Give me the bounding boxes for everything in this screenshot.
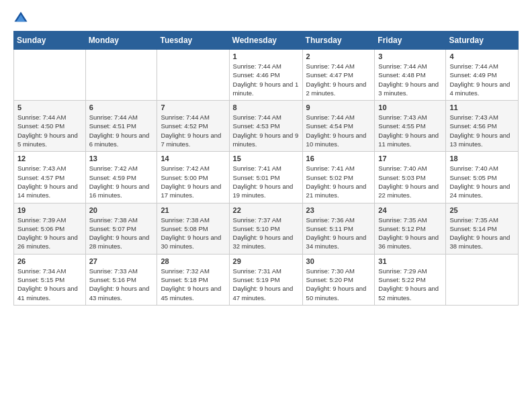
day-info: Sunrise: 7:38 AM Sunset: 5:07 PM Dayligh… [89,216,154,251]
calendar-week-row: 19Sunrise: 7:39 AM Sunset: 5:06 PM Dayli… [14,203,519,254]
day-info: Sunrise: 7:44 AM Sunset: 4:48 PM Dayligh… [378,62,442,97]
day-info: Sunrise: 7:44 AM Sunset: 4:46 PM Dayligh… [233,62,299,97]
day-number: 11 [449,103,515,111]
day-info: Sunrise: 7:34 AM Sunset: 5:15 PM Dayligh… [17,267,82,302]
day-number: 16 [306,154,371,163]
calendar-week-row: 5Sunrise: 7:44 AM Sunset: 4:50 PM Daylig… [14,101,519,152]
day-number: 9 [306,103,371,111]
day-number: 30 [306,257,371,265]
calendar-cell: 20Sunrise: 7:38 AM Sunset: 5:07 PM Dayli… [85,203,157,254]
day-number: 18 [449,154,515,163]
logo-icon [13,11,28,26]
day-info: Sunrise: 7:43 AM Sunset: 4:55 PM Dayligh… [378,113,442,148]
day-number: 13 [89,154,154,163]
day-number: 5 [17,103,82,111]
calendar-cell: 1Sunrise: 7:44 AM Sunset: 4:46 PM Daylig… [229,50,302,101]
day-number: 4 [449,52,515,60]
day-number: 28 [161,257,225,265]
calendar-cell: 21Sunrise: 7:38 AM Sunset: 5:08 PM Dayli… [157,203,229,254]
day-number: 24 [378,206,442,214]
day-info: Sunrise: 7:32 AM Sunset: 5:18 PM Dayligh… [161,267,225,302]
day-number: 31 [378,257,442,265]
day-number: 25 [449,206,515,214]
day-info: Sunrise: 7:33 AM Sunset: 5:16 PM Dayligh… [89,267,154,302]
calendar-cell: 28Sunrise: 7:32 AM Sunset: 5:18 PM Dayli… [157,254,229,305]
calendar-cell [85,50,157,101]
calendar-cell: 2Sunrise: 7:44 AM Sunset: 4:47 PM Daylig… [302,50,375,101]
calendar-cell: 8Sunrise: 7:44 AM Sunset: 4:53 PM Daylig… [229,101,302,152]
calendar-cell: 29Sunrise: 7:31 AM Sunset: 5:19 PM Dayli… [229,254,302,305]
day-number: 8 [233,103,299,111]
day-info: Sunrise: 7:35 AM Sunset: 5:12 PM Dayligh… [378,216,442,251]
day-number: 17 [378,154,442,163]
day-info: Sunrise: 7:44 AM Sunset: 4:50 PM Dayligh… [17,113,82,148]
calendar-cell: 25Sunrise: 7:35 AM Sunset: 5:14 PM Dayli… [446,203,519,254]
header [13,11,519,26]
calendar-cell: 6Sunrise: 7:44 AM Sunset: 4:51 PM Daylig… [85,101,157,152]
calendar-cell: 14Sunrise: 7:42 AM Sunset: 5:00 PM Dayli… [157,152,229,203]
day-info: Sunrise: 7:40 AM Sunset: 5:03 PM Dayligh… [378,164,442,199]
day-number: 15 [233,154,299,163]
calendar-header-monday: Monday [85,32,157,50]
calendar-cell [157,50,229,101]
calendar-week-row: 12Sunrise: 7:43 AM Sunset: 4:57 PM Dayli… [14,152,519,203]
calendar-header-friday: Friday [375,32,446,50]
day-info: Sunrise: 7:39 AM Sunset: 5:06 PM Dayligh… [17,216,82,251]
day-info: Sunrise: 7:36 AM Sunset: 5:11 PM Dayligh… [306,216,371,251]
calendar-cell: 10Sunrise: 7:43 AM Sunset: 4:55 PM Dayli… [375,101,446,152]
day-info: Sunrise: 7:43 AM Sunset: 4:56 PM Dayligh… [449,113,515,148]
day-info: Sunrise: 7:30 AM Sunset: 5:20 PM Dayligh… [306,267,371,302]
page: SundayMondayTuesdayWednesdayThursdayFrid… [0,0,532,316]
day-number: 23 [306,206,371,214]
logo [13,11,30,26]
calendar-header-tuesday: Tuesday [157,32,229,50]
calendar-week-row: 26Sunrise: 7:34 AM Sunset: 5:15 PM Dayli… [14,254,519,305]
calendar-cell: 19Sunrise: 7:39 AM Sunset: 5:06 PM Dayli… [14,203,86,254]
day-info: Sunrise: 7:37 AM Sunset: 5:10 PM Dayligh… [233,216,299,251]
day-info: Sunrise: 7:31 AM Sunset: 5:19 PM Dayligh… [233,267,299,302]
calendar-cell: 18Sunrise: 7:40 AM Sunset: 5:05 PM Dayli… [446,152,519,203]
day-number: 3 [378,52,442,60]
calendar-header-saturday: Saturday [446,32,519,50]
day-number: 20 [89,206,154,214]
calendar-header-sunday: Sunday [14,32,86,50]
calendar-cell [14,50,86,101]
day-number: 22 [233,206,299,214]
day-number: 1 [233,52,299,60]
calendar-cell: 31Sunrise: 7:29 AM Sunset: 5:22 PM Dayli… [375,254,446,305]
calendar-week-row: 1Sunrise: 7:44 AM Sunset: 4:46 PM Daylig… [14,50,519,101]
day-number: 6 [89,103,154,111]
day-number: 2 [306,52,371,60]
day-number: 7 [161,103,225,111]
calendar-cell: 15Sunrise: 7:41 AM Sunset: 5:01 PM Dayli… [229,152,302,203]
day-number: 19 [17,206,82,214]
day-info: Sunrise: 7:42 AM Sunset: 5:00 PM Dayligh… [161,164,225,199]
calendar-cell [446,254,519,305]
day-number: 29 [233,257,299,265]
calendar-cell: 4Sunrise: 7:44 AM Sunset: 4:49 PM Daylig… [446,50,519,101]
day-info: Sunrise: 7:44 AM Sunset: 4:51 PM Dayligh… [89,113,154,148]
calendar-table: SundayMondayTuesdayWednesdayThursdayFrid… [13,31,519,306]
calendar-cell: 11Sunrise: 7:43 AM Sunset: 4:56 PM Dayli… [446,101,519,152]
calendar-cell: 12Sunrise: 7:43 AM Sunset: 4:57 PM Dayli… [14,152,86,203]
day-info: Sunrise: 7:44 AM Sunset: 4:52 PM Dayligh… [161,113,225,148]
day-info: Sunrise: 7:35 AM Sunset: 5:14 PM Dayligh… [449,216,515,251]
calendar-cell: 17Sunrise: 7:40 AM Sunset: 5:03 PM Dayli… [375,152,446,203]
calendar-body: 1Sunrise: 7:44 AM Sunset: 4:46 PM Daylig… [14,50,519,306]
day-info: Sunrise: 7:44 AM Sunset: 4:54 PM Dayligh… [306,113,371,148]
day-number: 12 [17,154,82,163]
day-number: 21 [161,206,225,214]
calendar-cell: 26Sunrise: 7:34 AM Sunset: 5:15 PM Dayli… [14,254,86,305]
day-info: Sunrise: 7:44 AM Sunset: 4:47 PM Dayligh… [306,62,371,97]
day-info: Sunrise: 7:40 AM Sunset: 5:05 PM Dayligh… [449,164,515,199]
day-info: Sunrise: 7:44 AM Sunset: 4:53 PM Dayligh… [233,113,299,148]
day-info: Sunrise: 7:43 AM Sunset: 4:57 PM Dayligh… [17,164,82,199]
day-info: Sunrise: 7:41 AM Sunset: 5:01 PM Dayligh… [233,164,299,199]
calendar-cell: 16Sunrise: 7:41 AM Sunset: 5:02 PM Dayli… [302,152,375,203]
day-number: 14 [161,154,225,163]
calendar-cell: 24Sunrise: 7:35 AM Sunset: 5:12 PM Dayli… [375,203,446,254]
calendar-header-row: SundayMondayTuesdayWednesdayThursdayFrid… [14,32,519,50]
day-info: Sunrise: 7:42 AM Sunset: 4:59 PM Dayligh… [89,164,154,199]
calendar-cell: 7Sunrise: 7:44 AM Sunset: 4:52 PM Daylig… [157,101,229,152]
calendar-cell: 27Sunrise: 7:33 AM Sunset: 5:16 PM Dayli… [85,254,157,305]
